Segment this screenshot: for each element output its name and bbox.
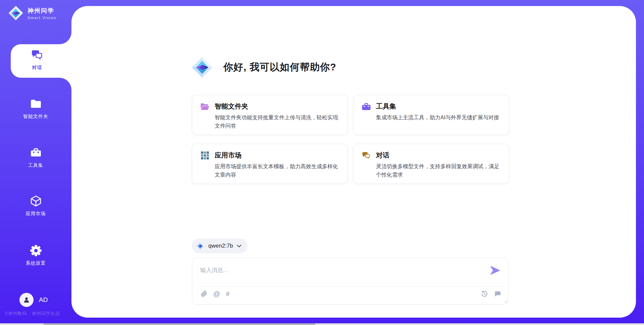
card-smart-folder[interactable]: 智能文件夹 智能文件夹功能支持批量文件上传与清洗，轻松实现文件问答 [192, 95, 348, 135]
card-title: 工具集 [376, 102, 396, 111]
message-composer: @ # [192, 258, 509, 305]
card-toolset[interactable]: 工具集 集成市场上主流工具，助力AI与外界无缝扩展与对接 [353, 95, 509, 135]
cube-icon [30, 195, 42, 207]
hash-icon[interactable]: # [226, 290, 229, 297]
model-selector[interactable]: qwen2:7b [192, 239, 248, 253]
model-diamond-icon [196, 242, 205, 250]
toolbox-icon [362, 102, 371, 111]
sidebar-item-label: 应用市场 [0, 211, 71, 217]
sidebar-item-label: 工具集 [0, 162, 71, 169]
active-tab-fillet-top [59, 32, 71, 44]
sidebar-item-settings[interactable]: 系统设置 [0, 245, 71, 266]
card-title: 智能文件夹 [215, 102, 248, 111]
sidebar-item-label: 系统设置 [0, 260, 71, 266]
active-tab-fillet-bottom [59, 78, 71, 90]
avatar [19, 293, 34, 307]
card-description: 应用市场提供丰富长文本模板，助力高效生成多样化文章内容 [215, 162, 339, 179]
card-chat[interactable]: 对话 灵活切换多模型文件，支持多样回复效果调试，满足个性化需求 [353, 144, 509, 184]
message-input[interactable] [200, 264, 475, 277]
greeting-diamond-icon [191, 56, 213, 78]
card-title: 应用市场 [215, 151, 241, 160]
gear-icon [30, 245, 42, 257]
composer-toolbar: @ # [200, 290, 501, 298]
grid-icon [200, 151, 210, 160]
chat-bubble-icon[interactable] [494, 290, 501, 298]
sidebar-item-chat[interactable]: 对话 [6, 49, 68, 71]
composer-divider [198, 286, 502, 286]
open-folder-icon [200, 102, 210, 111]
model-name: qwen2:7b [208, 243, 233, 249]
feature-cards: 智能文件夹 智能文件夹功能支持批量文件上传与清洗，轻松实现文件问答 工具集 集成… [192, 95, 509, 184]
at-icon[interactable]: @ [213, 290, 220, 297]
card-description: 灵活切换多模型文件，支持多样回复效果调试，满足个性化需求 [376, 162, 501, 179]
brand-diamond-icon [8, 5, 23, 21]
copyright-footer: ©神州数码 · 神州问学出品 [5, 311, 60, 317]
paperclip-icon[interactable] [200, 290, 208, 298]
card-description: 智能文件夹功能支持批量文件上传与清洗，轻松实现文件问答 [215, 114, 339, 130]
chevron-down-icon [237, 245, 241, 248]
history-icon[interactable] [481, 290, 488, 298]
send-arrow-icon[interactable] [490, 265, 500, 275]
horizontal-scrollbar[interactable] [0, 323, 644, 325]
resize-handle[interactable] [503, 299, 507, 303]
chat-bubbles-icon [31, 49, 43, 61]
brand: 神州问学 Smart Vision [8, 5, 56, 21]
brand-tagline: Smart Vision [28, 16, 56, 20]
card-title: 对话 [376, 151, 389, 160]
sidebar-item-smart-folder[interactable]: 智能文件夹 [0, 98, 71, 120]
user-profile[interactable]: AD [19, 293, 48, 307]
scrollbar-thumb[interactable] [44, 323, 315, 325]
app-window: 神州问学 Smart Vision 对话 智能文件夹 [0, 0, 644, 325]
greeting-block: 你好, 我可以如何帮助你? [191, 56, 336, 78]
chat-bubbles-icon [362, 151, 371, 160]
greeting-title: 你好, 我可以如何帮助你? [223, 61, 336, 74]
sidebar-item-label: 智能文件夹 [0, 114, 71, 120]
card-app-market[interactable]: 应用市场 应用市场提供丰富长文本模板，助力高效生成多样化文章内容 [192, 144, 348, 184]
toolbox-icon [30, 147, 42, 159]
user-name: AD [39, 296, 48, 304]
card-description: 集成市场上主流工具，助力AI与外界无缝扩展与对接 [376, 114, 501, 122]
folder-icon [30, 98, 42, 110]
sidebar-item-label: 对话 [6, 65, 68, 71]
sidebar-item-toolset[interactable]: 工具集 [0, 147, 71, 169]
user-avatar-icon [22, 296, 31, 304]
sidebar-item-app-market[interactable]: 应用市场 [0, 195, 71, 217]
brand-name: 神州问学 [28, 7, 56, 15]
